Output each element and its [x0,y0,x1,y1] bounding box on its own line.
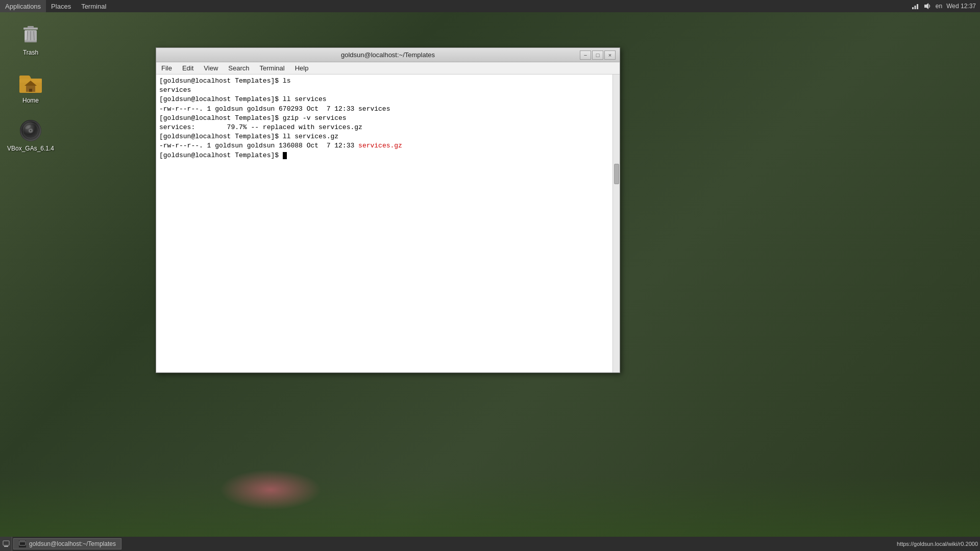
svg-rect-26 [4,546,8,547]
blob-decoration [219,469,322,510]
svg-point-23 [30,130,32,132]
svg-rect-11 [25,31,27,40]
svg-rect-28 [19,541,26,542]
term-line-7: [goldsun@localhost Templates]$ ll servic… [159,132,609,141]
trash-image [18,22,43,47]
menu-applications[interactable]: Applications [0,0,46,12]
taskbar-right-text: https://goldsun.local/wiki/r0.2000 [897,541,978,547]
svg-rect-25 [3,541,9,545]
terminal-title: goldsun@localhost:~/Templates [196,51,580,59]
minimize-button[interactable]: − [580,51,591,60]
trash-label: Trash [23,49,38,56]
svg-rect-1 [914,6,916,9]
show-desktop-button[interactable] [0,537,12,551]
top-panel: Applications Places Terminal en W [0,0,980,12]
vbox-image [18,118,43,143]
desktop-icons: Trash [10,20,51,154]
locale-indicator: en [936,3,942,10]
terminal-titlebar: goldsun@localhost:~/Templates − □ × [156,48,620,62]
menu-terminal[interactable]: Terminal [76,0,111,12]
desktop: Applications Places Terminal en W [0,0,980,551]
terminal-controls: − □ × [580,51,616,60]
maximize-button[interactable]: □ [592,51,603,60]
scrollbar-track[interactable] [613,74,620,372]
clock: Wed 12:37 [946,3,976,10]
term-line-5: [goldsun@localhost Templates]$ gzip -v s… [159,114,609,123]
svg-rect-5 [28,26,34,28]
menu-search[interactable]: Search [223,62,254,74]
taskbar-window-icon [19,540,26,547]
menu-places[interactable]: Places [46,0,76,12]
svg-line-9 [34,31,34,40]
term-line-1: [goldsun@localhost Templates]$ ls [159,77,609,86]
term-line-6: services: 79.7% -- replaced with service… [159,123,609,132]
term-cursor [283,152,287,159]
top-panel-left: Applications Places Terminal [0,0,111,12]
term-line-2: services [159,86,609,95]
term-highlight: services.gz [358,142,402,149]
svg-rect-0 [912,7,914,9]
scrollbar-thumb[interactable] [614,164,619,184]
vbox-label: VBox_GAs_6.1.4 [7,145,54,152]
home-icon[interactable]: Home [10,68,51,106]
network-icon [911,2,919,10]
svg-rect-16 [29,89,32,92]
terminal-menubar: File Edit View Search Terminal Help [156,62,620,74]
menu-view[interactable]: View [199,62,223,74]
terminal-output[interactable]: [goldsun@localhost Templates]$ ls servic… [156,74,612,372]
menu-terminal[interactable]: Terminal [255,62,290,74]
term-line-4: -rw-r--r--. 1 goldsun goldsun 670293 Oct… [159,105,609,114]
term-line-3: [goldsun@localhost Templates]$ ll servic… [159,95,609,104]
home-image [18,70,43,95]
menu-file[interactable]: File [156,62,177,74]
taskbar: goldsun@localhost:~/Templates https://go… [0,537,980,551]
trash-icon[interactable]: Trash [10,20,51,58]
menu-help[interactable]: Help [290,62,314,74]
vbox-icon[interactable]: VBox_GAs_6.1.4 [10,116,51,154]
svg-line-7 [27,31,28,40]
terminal-content-area: [goldsun@localhost Templates]$ ls servic… [156,74,620,372]
terminal-scrollbar[interactable] [612,74,620,372]
close-button[interactable]: × [604,51,616,60]
svg-rect-2 [917,4,918,9]
taskbar-window-button[interactable]: goldsun@localhost:~/Templates [13,538,121,549]
term-line-8: -rw-r--r--. 1 goldsun goldsun 136088 Oct… [159,141,609,151]
taskbar-left: goldsun@localhost:~/Templates [0,537,122,551]
terminal-window: goldsun@localhost:~/Templates − □ × File… [156,47,620,373]
menu-edit[interactable]: Edit [177,62,199,74]
volume-icon [923,2,932,10]
term-line-9: [goldsun@localhost Templates]$ [159,151,609,160]
home-label: Home [22,97,39,104]
svg-rect-10 [24,41,37,42]
bg-decoration [0,475,980,537]
taskbar-window-label: goldsun@localhost:~/Templates [29,540,116,547]
taskbar-right: https://goldsun.local/wiki/r0.2000 [897,541,980,547]
top-panel-right: en Wed 12:37 [911,2,980,10]
svg-marker-3 [924,3,928,9]
